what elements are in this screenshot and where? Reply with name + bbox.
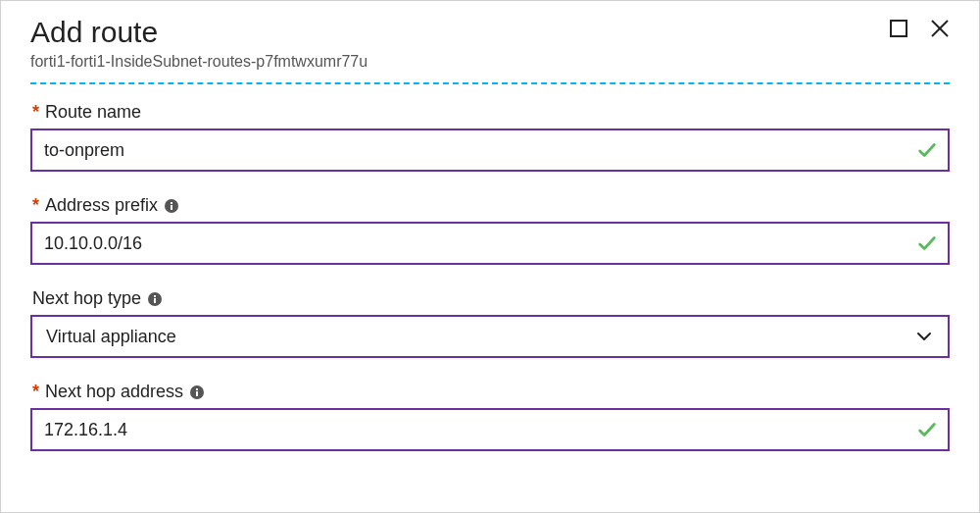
svg-rect-8 [154,295,156,297]
field-route-name: * Route name [30,102,950,172]
field-next-hop-type: Next hop type Virtual appliance [30,288,950,358]
required-indicator: * [32,195,39,216]
next-hop-type-select[interactable]: Virtual appliance [30,315,950,358]
svg-rect-7 [154,298,156,303]
checkmark-icon [916,139,938,161]
address-prefix-input[interactable] [44,233,936,254]
chevron-down-icon [914,327,934,346]
field-label: Route name [45,102,141,123]
separator [30,82,950,84]
svg-rect-10 [196,391,198,396]
next-hop-address-input[interactable] [44,420,936,440]
info-icon[interactable] [189,385,205,400]
svg-rect-4 [171,205,172,210]
info-icon[interactable] [164,198,179,214]
select-value: Virtual appliance [46,327,176,347]
svg-rect-5 [171,202,172,204]
breadcrumb: forti1-forti1-InsideSubnet-routes-p7fmtw… [30,53,889,71]
field-next-hop-address: * Next hop address [30,382,950,451]
address-prefix-input-wrapper[interactable] [30,222,950,265]
field-address-prefix: * Address prefix [30,195,950,265]
panel-title: Add route [30,13,889,51]
svg-rect-0 [891,21,906,36]
field-label: Next hop type [32,288,141,309]
next-hop-address-input-wrapper[interactable] [30,408,950,451]
required-indicator: * [32,382,39,402]
required-indicator: * [32,102,39,123]
close-icon[interactable] [930,19,950,38]
field-label: Address prefix [45,195,158,216]
checkmark-icon [916,232,938,254]
route-name-input[interactable] [44,140,936,161]
route-name-input-wrapper[interactable] [30,128,950,172]
field-label: Next hop address [45,382,183,402]
info-icon[interactable] [147,291,163,307]
svg-rect-11 [196,388,198,390]
maximize-icon[interactable] [889,19,908,38]
checkmark-icon [916,419,938,440]
